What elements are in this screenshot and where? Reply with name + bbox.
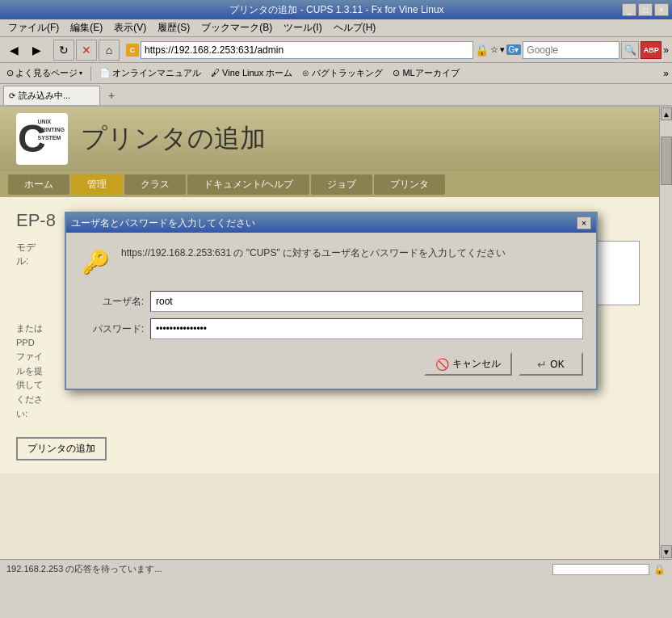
bookmark-manual[interactable]: 📄 オンラインマニュアル [96,65,204,81]
ok-icon: ↵ [537,358,547,371]
bookmark-ml-label: ⊙ MLアーカイブ [393,67,459,79]
modal-message: https://192.168.2.253:631 の "CUPS" に対するユ… [121,246,506,261]
tab-bar: ⟳ 読み込み中... + [0,84,672,107]
menu-view[interactable]: 表示(V) [109,19,151,36]
modal-title: ユーザ名とパスワードを入力してください [71,217,255,230]
bookmark-bug-label: ⊙ バグトラッキング [302,67,383,79]
menu-file[interactable]: ファイル(F) [3,19,64,36]
title-bar: プリンタの追加 - CUPS 1.3.11 - Fx for Vine Linu… [0,0,672,19]
bookmark-vine[interactable]: 🖋 Vine Linux ホーム [208,65,296,81]
loading-icon: ⟳ [9,91,15,100]
username-label: ユーザ名: [79,295,144,309]
search-button[interactable]: 🔍 [621,41,639,59]
search-bar: G▾ 🔍 [506,41,640,59]
search-engine-label[interactable]: G▾ [506,44,522,55]
menu-bookmarks[interactable]: ブックマーク(B) [196,19,277,36]
progress-bar [552,564,649,575]
window-title: プリンタの追加 - CUPS 1.3.11 - Fx for Vine Linu… [52,3,622,17]
menu-help[interactable]: ヘルプ(H) [329,19,381,36]
chevron-down-icon: ▾ [79,69,82,77]
key-icon: 🔑 [79,246,111,278]
menu-bar: ファイル(F) 編集(E) 表示(V) 履歴(S) ブックマーク(B) ツール(… [0,19,672,37]
active-tab[interactable]: ⟳ 読み込み中... [3,86,100,105]
menu-tools[interactable]: ツール(I) [279,19,326,36]
minimize-button[interactable]: _ [622,3,636,16]
stop-button[interactable]: ✕ [76,40,97,61]
modal-title-bar: ユーザ名とパスワードを入力してください × [66,213,596,233]
back-button[interactable]: ◀ [3,40,24,61]
username-row: ユーザ名: [79,291,583,312]
modal-body: 🔑 https://192.168.2.253:631 の "CUPS" に対す… [66,233,596,389]
status-text: 192.168.2.253 の応答を待っています... [6,563,162,575]
active-tab-label: 読み込み中... [19,90,70,102]
manual-icon: 📄 [99,68,111,78]
forward-button[interactable]: ▶ [26,40,47,61]
bookmark-ml[interactable]: ⊙ MLアーカイブ [389,65,462,81]
abp-button[interactable]: ABP [640,41,662,59]
browser-content: C UNIX PRINTING SYSTEM プリンタの追加 ホーム 管理 クラ… [0,107,672,559]
address-input[interactable] [141,41,473,59]
bookmark-popular[interactable]: ⊙ よく見るページ ▾ [3,65,86,81]
dropdown-arrow[interactable]: ▾ [500,44,505,55]
search-input[interactable] [523,41,620,59]
modal-overlay: ユーザ名とパスワードを入力してください × 🔑 https://192.168.… [0,107,672,559]
bookmark-popular-label: よく見るページ [15,67,78,79]
auth-dialog: ユーザ名とパスワードを入力してください × 🔑 https://192.168.… [65,212,598,390]
ssl-icon: 🔒 [475,44,489,57]
address-bar: C 🔒 ☆ ▾ [126,41,505,59]
ok-label: OK [550,359,564,370]
cancel-label: キャンセル [452,357,501,371]
menu-edit[interactable]: 編集(E) [65,19,107,36]
bookmark-star[interactable]: ☆ [490,44,498,55]
menu-history[interactable]: 履歴(S) [153,19,195,36]
modal-info: 🔑 https://192.168.2.253:631 の "CUPS" に対す… [79,246,583,278]
bookmark-icon: ⊙ [6,68,14,78]
bookmark-bug[interactable]: ⊙ バグトラッキング [299,65,386,81]
username-input[interactable] [150,291,583,312]
reload-button[interactable]: ↻ [53,40,74,61]
close-button[interactable]: × [654,3,669,16]
toolbar: ◀ ▶ ↻ ✕ ⌂ C 🔒 ☆ ▾ G▾ 🔍 ABP » [0,37,672,63]
lock-icon: 🔒 [653,563,666,576]
password-input[interactable] [150,318,583,339]
bookmark-separator [90,66,91,81]
toolbar-more[interactable]: » [663,44,669,56]
ok-button[interactable]: ↵ OK [519,352,583,376]
window-controls[interactable]: _ □ × [622,3,669,16]
modal-buttons: 🚫 キャンセル ↵ OK [79,352,583,376]
modal-form: ユーザ名: パスワード: [79,291,583,339]
status-right: 🔒 [552,563,666,576]
bookmarks-more[interactable]: » [663,68,669,79]
password-row: パスワード: [79,318,583,339]
maximize-button[interactable]: □ [638,3,653,16]
bookmark-manual-label: オンラインマニュアル [112,67,201,79]
cancel-icon: 🚫 [435,358,449,371]
status-bar: 192.168.2.253 の応答を待っています... 🔒 [0,559,672,578]
favicon: C [126,44,139,57]
bookmarks-bar: ⊙ よく見るページ ▾ 📄 オンラインマニュアル 🖋 Vine Linux ホー… [0,63,672,84]
password-label: パスワード: [79,322,144,336]
cancel-button[interactable]: 🚫 キャンセル [424,352,512,376]
bookmark-vine-label: 🖋 Vine Linux ホーム [211,67,292,79]
new-tab-button[interactable]: + [103,87,120,103]
home-button[interactable]: ⌂ [99,40,120,61]
modal-close-button[interactable]: × [577,217,591,229]
